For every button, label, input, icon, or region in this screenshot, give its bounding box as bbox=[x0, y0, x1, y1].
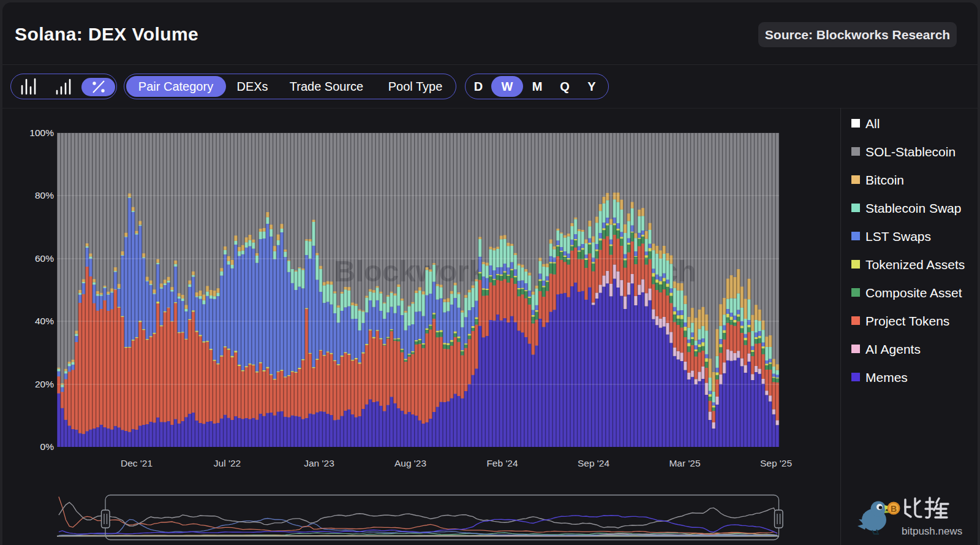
svg-text:Sep '24: Sep '24 bbox=[578, 458, 609, 468]
svg-text:Jan '23: Jan '23 bbox=[304, 458, 334, 468]
svg-text:Mar '25: Mar '25 bbox=[669, 458, 700, 468]
svg-text:40%: 40% bbox=[35, 316, 54, 326]
svg-text:Dec '21: Dec '21 bbox=[121, 458, 153, 468]
svg-text:bitpush.news: bitpush.news bbox=[902, 525, 962, 537]
svg-text:B: B bbox=[891, 504, 897, 514]
svg-text:Sep '25: Sep '25 bbox=[760, 458, 792, 468]
svg-text:Feb '24: Feb '24 bbox=[486, 458, 518, 468]
svg-text:Aug '23: Aug '23 bbox=[394, 458, 426, 468]
svg-text:60%: 60% bbox=[35, 253, 54, 264]
svg-text:20%: 20% bbox=[35, 379, 54, 389]
svg-text:Jul '22: Jul '22 bbox=[214, 458, 241, 468]
svg-text:100%: 100% bbox=[29, 128, 54, 138]
svg-text:0%: 0% bbox=[40, 441, 55, 452]
svg-text:80%: 80% bbox=[35, 190, 54, 200]
